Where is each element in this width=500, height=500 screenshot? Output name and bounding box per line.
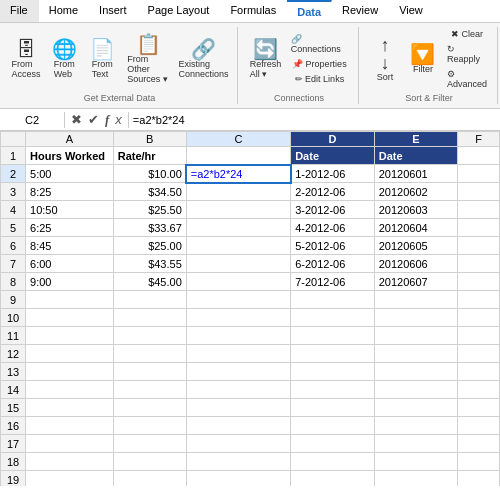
cell-a2[interactable]: 5:00 [26, 165, 114, 183]
row-header-1[interactable]: 1 [1, 147, 26, 165]
cell-d4[interactable]: 3-2012-06 [291, 201, 375, 219]
tab-view[interactable]: View [389, 0, 434, 22]
properties-button[interactable]: 📌 Properties [287, 57, 352, 71]
cell-f2[interactable] [458, 165, 500, 183]
cell-b1[interactable]: Rate/hr [113, 147, 186, 165]
cell-a7[interactable]: 6:00 [26, 255, 114, 273]
cell-d8[interactable]: 7-2012-06 [291, 273, 375, 291]
tab-insert[interactable]: Insert [89, 0, 138, 22]
tab-home[interactable]: Home [39, 0, 89, 22]
cell-b5[interactable]: $33.67 [113, 219, 186, 237]
row-header-9[interactable]: 9 [1, 291, 26, 309]
cell-f1[interactable] [458, 147, 500, 165]
row-header-6[interactable]: 6 [1, 237, 26, 255]
cell-c3[interactable] [186, 183, 290, 201]
col-header-d[interactable]: D [291, 132, 375, 147]
from-text-button[interactable]: 📄 FromText [84, 36, 120, 82]
tab-file[interactable]: File [0, 0, 39, 22]
sort-button[interactable]: ↑↓ Sort [367, 33, 403, 85]
cell-e8[interactable]: 20120607 [374, 273, 458, 291]
row-header-4[interactable]: 4 [1, 201, 26, 219]
cell-a1[interactable]: Hours Worked [26, 147, 114, 165]
refresh-all-button[interactable]: 🔄 RefreshAll ▾ [246, 36, 285, 82]
cell-d6[interactable]: 5-2012-06 [291, 237, 375, 255]
insert-function-icon[interactable]: f [103, 112, 111, 128]
cell-c4[interactable] [186, 201, 290, 219]
confirm-icon[interactable]: ✔ [86, 112, 101, 127]
row-header-10[interactable]: 10 [1, 309, 26, 327]
cell-a6[interactable]: 8:45 [26, 237, 114, 255]
cell-f8[interactable] [458, 273, 500, 291]
cell-f7[interactable] [458, 255, 500, 273]
cell-b7[interactable]: $43.55 [113, 255, 186, 273]
from-access-button[interactable]: 🗄 FromAccess [8, 36, 44, 82]
cell-e5[interactable]: 20120604 [374, 219, 458, 237]
col-header-f[interactable]: F [458, 132, 500, 147]
cell-f3[interactable] [458, 183, 500, 201]
cell-d2[interactable]: 1-2012-06 [291, 165, 375, 183]
cell-e2[interactable]: 20120601 [374, 165, 458, 183]
from-web-button[interactable]: 🌐 FromWeb [46, 36, 82, 82]
cell-b4[interactable]: $25.50 [113, 201, 186, 219]
cell-e3[interactable]: 20120602 [374, 183, 458, 201]
cell-c6[interactable] [186, 237, 290, 255]
connections-button[interactable]: 🔗 Connections [287, 32, 352, 56]
cell-e4[interactable]: 20120603 [374, 201, 458, 219]
cell-d1[interactable]: Date [291, 147, 375, 165]
row-header-13[interactable]: 13 [1, 363, 26, 381]
tab-formulas[interactable]: Formulas [220, 0, 287, 22]
tab-data[interactable]: Data [287, 0, 332, 22]
cell-a5[interactable]: 6:25 [26, 219, 114, 237]
filter-button[interactable]: 🔽 Filter [405, 41, 441, 77]
row-header-17[interactable]: 17 [1, 435, 26, 453]
tab-page-layout[interactable]: Page Layout [138, 0, 221, 22]
clear-button[interactable]: ✖ Clear [443, 27, 491, 41]
cell-b8[interactable]: $45.00 [113, 273, 186, 291]
cell-d5[interactable]: 4-2012-06 [291, 219, 375, 237]
cell-a8[interactable]: 9:00 [26, 273, 114, 291]
existing-connections-button[interactable]: 🔗 ExistingConnections [176, 36, 231, 82]
col-header-a[interactable]: A [26, 132, 114, 147]
cancel-icon[interactable]: ✖ [69, 112, 84, 127]
cell-b6[interactable]: $25.00 [113, 237, 186, 255]
cell-e1[interactable]: Date [374, 147, 458, 165]
cell-c8[interactable] [186, 273, 290, 291]
col-header-b[interactable]: B [113, 132, 186, 147]
cell-c1[interactable] [186, 147, 290, 165]
cell-f5[interactable] [458, 219, 500, 237]
cell-d7[interactable]: 6-2012-06 [291, 255, 375, 273]
cell-d3[interactable]: 2-2012-06 [291, 183, 375, 201]
cell-c2[interactable]: =a2*b2*24 [186, 165, 290, 183]
tab-review[interactable]: Review [332, 0, 389, 22]
cell-b3[interactable]: $34.50 [113, 183, 186, 201]
cell-e6[interactable]: 20120605 [374, 237, 458, 255]
cell-c7[interactable] [186, 255, 290, 273]
cell-e7[interactable]: 20120606 [374, 255, 458, 273]
row-header-12[interactable]: 12 [1, 345, 26, 363]
row-header-2[interactable]: 2 [1, 165, 26, 183]
row-header-14[interactable]: 14 [1, 381, 26, 399]
from-other-sources-button[interactable]: 📋 From OtherSources ▾ [122, 31, 174, 87]
row-header-18[interactable]: 18 [1, 453, 26, 471]
cell-f6[interactable] [458, 237, 500, 255]
formula-input[interactable] [129, 112, 500, 128]
col-header-c[interactable]: C [186, 132, 290, 147]
row-header-11[interactable]: 11 [1, 327, 26, 345]
row-header-19[interactable]: 19 [1, 471, 26, 487]
row-header-3[interactable]: 3 [1, 183, 26, 201]
cell-a3[interactable]: 8:25 [26, 183, 114, 201]
cell-a4[interactable]: 10:50 [26, 201, 114, 219]
name-box[interactable]: C2 [0, 112, 65, 128]
row-header-16[interactable]: 16 [1, 417, 26, 435]
row-header-8[interactable]: 8 [1, 273, 26, 291]
cell-c5[interactable] [186, 219, 290, 237]
cell-f4[interactable] [458, 201, 500, 219]
col-header-e[interactable]: E [374, 132, 458, 147]
reapply-button[interactable]: ↻ Reapply [443, 42, 491, 66]
row-header-7[interactable]: 7 [1, 255, 26, 273]
advanced-button[interactable]: ⚙ Advanced [443, 67, 491, 91]
cell-b2[interactable]: $10.00 [113, 165, 186, 183]
row-header-15[interactable]: 15 [1, 399, 26, 417]
edit-links-button[interactable]: ✏ Edit Links [287, 72, 352, 86]
row-header-5[interactable]: 5 [1, 219, 26, 237]
